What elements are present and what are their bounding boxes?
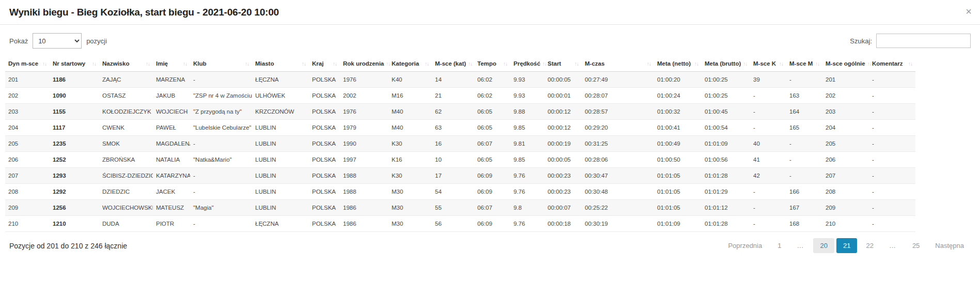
table-cell: POLSKA [309,72,340,88]
table-cell: 01:01:05 [654,184,702,200]
column-header-imię[interactable]: Imię↑↓ [153,56,190,72]
sort-icon: ↑↓ [42,61,46,67]
table-cell: 06:09 [474,168,510,184]
search-input[interactable] [876,34,971,48]
table-cell: 1997 [340,152,388,168]
sort-icon: ↑↓ [743,61,747,67]
table-cell: - [869,120,915,136]
table-cell: M30 [388,200,432,216]
table-cell: 00:00:23 [545,184,582,200]
table-row: 2021090OSTASZJAKUB"ZSP nr 4 w Zamościu"U… [5,88,915,104]
column-header-miasto[interactable]: Miasto↑↓ [252,56,309,72]
pagination-next-button[interactable]: Następna [928,238,971,253]
table-cell: 1210 [50,216,99,232]
column-header-m-sce-kat-[interactable]: M-sce (kat)↑↓ [432,56,474,72]
table-cell: - [190,184,252,200]
column-label: M-sce (kat) [435,60,466,67]
table-cell: 9.81 [510,136,545,152]
table-cell: - [190,216,252,232]
column-header-m-sce-k[interactable]: M-sce K↑↓ [750,56,786,72]
column-header-meta-netto-[interactable]: Meta (netto)↑↓ [654,56,702,72]
column-header-kategoria[interactable]: Kategoria↑↓ [388,56,432,72]
pagination-prev-button[interactable]: Poprzednia [721,238,769,253]
sort-icon: ↑↓ [574,61,579,67]
column-header-start[interactable]: Start↑↓ [545,56,582,72]
column-header-m-czas[interactable]: M-czas↑↓ [582,56,654,72]
table-cell: 06:05 [474,120,510,136]
column-header-kraj[interactable]: Kraj↑↓ [309,56,340,72]
column-header-dyn-m-sce[interactable]: Dyn m-sce↑↓ [5,56,50,72]
page-length-select[interactable]: 10 [33,33,82,49]
table-cell: 00:30:19 [582,216,654,232]
table-cell: K30 [388,168,432,184]
table-row: 2071293ŚCIBISZ-DZIEDZICKATARZYNA-LUBLINP… [5,168,915,184]
table-cell: 01:01:12 [702,200,750,216]
table-cell: 203 [5,104,50,120]
table-cell: - [750,104,786,120]
table-cell: 00:00:01 [545,88,582,104]
column-header-nazwisko[interactable]: Nazwisko↑↓ [99,56,153,72]
table-cell: DUDA [99,216,153,232]
column-header-klub[interactable]: Klub↑↓ [190,56,252,72]
table-cell: 9.85 [510,152,545,168]
table-cell: - [869,88,915,104]
table-cell: 1990 [340,136,388,152]
table-cell: PIOTR [153,216,190,232]
table-cell: 40 [750,136,786,152]
pagination-page-21[interactable]: 21 [836,238,857,253]
table-cell: 9.93 [510,88,545,104]
table-cell: - [190,168,252,184]
table-cell: 01:00:32 [654,104,702,120]
sort-icon: ↑↓ [815,61,819,67]
table-cell: 9.76 [510,184,545,200]
table-cell: 00:28:06 [582,152,654,168]
column-header-m-sce-ogólnie[interactable]: M-sce ogólnie↑↓ [822,56,869,72]
table-cell: 9.88 [510,104,545,120]
pagination-page-25[interactable]: 25 [906,238,926,253]
table-cell: ŁĘCZNA [252,216,309,232]
table-cell: K30 [388,136,432,152]
column-label: Meta (netto) [657,60,691,67]
table-cell: 06:02 [474,88,510,104]
column-label: Kategoria [392,60,419,67]
table-row: 2081292DZIEDZICJACEK-LUBLINPOLSKA1988M30… [5,184,915,200]
table-cell: 9.76 [510,168,545,184]
table-cell: 1976 [340,104,388,120]
header-row: Dyn m-sce↑↓Nr startowy↑↓Nazwisko↑↓Imię↑↓… [5,56,915,72]
table-cell: 62 [432,104,474,120]
column-header-meta-brutto-[interactable]: Meta (brutto)↑↓ [702,56,750,72]
table-cell: 01:01:09 [654,216,702,232]
table-cell: 1117 [50,120,99,136]
pagination-page-1[interactable]: 1 [771,238,788,253]
table-cell: 10 [432,152,474,168]
column-label: Nr startowy [53,60,85,67]
table-cell: 00:00:05 [545,72,582,88]
table-cell: 2002 [340,88,388,104]
table-cell: 1988 [340,184,388,200]
pagination-page-20[interactable]: 20 [813,238,834,253]
column-header-m-sce-m[interactable]: M-sce M↑↓ [786,56,822,72]
table-cell: 06:09 [474,184,510,200]
column-header-rok-urodzenia[interactable]: Rok urodzenia↑↓ [340,56,388,72]
search-control: Szukaj: [850,34,971,48]
column-header-tempo[interactable]: Tempo↑↓ [474,56,510,72]
column-header-komentarz[interactable]: Komentarz↑↓ [869,56,915,72]
table-cell: 00:00:23 [545,168,582,184]
column-label: M-sce M [789,60,813,67]
table-cell: - [750,88,786,104]
table-cell: 00:00:19 [545,136,582,152]
table-row: 2051235SMOKMAGDALENA-LUBLINPOLSKA1990K30… [5,136,915,152]
table-cell: - [786,72,822,88]
table-cell: 01:01:28 [702,216,750,232]
column-header-nr-startowy[interactable]: Nr startowy↑↓ [50,56,99,72]
close-icon[interactable]: × [963,4,974,19]
table-cell: 41 [750,152,786,168]
pagination-page-22[interactable]: 22 [859,238,880,253]
table-cell: 1090 [50,88,99,104]
table-cell: 1155 [50,104,99,120]
table-cell: "ZSP nr 4 w Zamościu" [190,88,252,104]
column-header-prędkość[interactable]: Prędkość↑↓ [510,56,545,72]
column-label: Kraj [312,60,323,67]
table-cell: 164 [786,104,822,120]
table-cell: - [750,120,786,136]
